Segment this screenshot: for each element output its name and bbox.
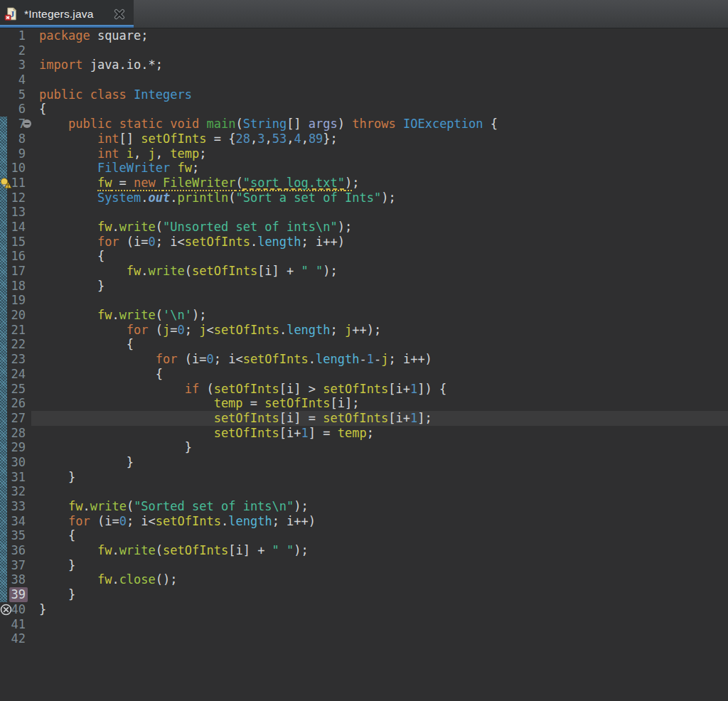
code-line[interactable]: 20 fw.write('\n'); [0,308,728,323]
gutter[interactable]: 17 [0,264,31,279]
gutter[interactable]: 1 [0,28,31,43]
code-line[interactable]: 7 public static void main(String[] args)… [0,117,728,132]
error-marker-icon[interactable] [0,604,12,616]
gutter[interactable]: 4 [0,73,31,87]
code-token [39,191,97,205]
code-token: 4 [294,132,301,146]
gutter[interactable]: 30 [0,455,31,470]
code-line[interactable]: 38 fw.close(); [0,572,728,587]
code-token: ); [192,308,206,322]
gutter[interactable]: 21 [0,323,31,338]
code-line[interactable]: 34 for (i=0; i<setOfInts.length; i++) [0,514,728,529]
gutter[interactable]: 41 [0,617,31,632]
code-line[interactable]: 24 { [0,367,728,382]
gutter[interactable]: 14 [0,220,31,235]
code-line[interactable]: 12 System.out.println("Sort a set of Int… [0,191,728,205]
code-editor[interactable]: 1package square;23import java.io.*;45pub… [0,28,728,701]
gutter[interactable]: 19 [0,293,31,308]
code-line[interactable]: 30 } [0,455,728,470]
code-line[interactable]: 1package square; [0,28,728,43]
gutter[interactable]: 29 [0,440,31,455]
code-line[interactable]: 41 [0,617,728,632]
gutter[interactable]: 15 [0,235,31,250]
code-text: fw.write(setOfInts[i] + " "); [31,264,728,279]
gutter[interactable]: 36 [0,543,31,558]
gutter[interactable]: 28 [0,426,31,441]
code-line[interactable]: 29 } [0,440,728,455]
code-line[interactable]: 8 int[] setOfInts = {28,3,53,4,89}; [0,132,728,146]
gutter[interactable]: 34 [0,514,31,529]
code-line[interactable]: 35 { [0,528,728,543]
code-token: ( [228,191,235,205]
warning-bulb-icon[interactable] [0,177,12,189]
gutter[interactable]: 40 [0,602,31,617]
gutter[interactable]: 25 [0,382,31,397]
gutter[interactable]: 38 [0,572,31,587]
code-line[interactable]: 16 { [0,249,728,264]
gutter[interactable]: 31 [0,470,31,485]
gutter[interactable]: 7 [0,117,31,132]
gutter[interactable]: 3 [0,58,31,73]
code-line[interactable]: 28 setOfInts[i+1] = temp; [0,426,728,441]
code-token: fw [97,308,112,322]
code-line[interactable]: 14 fw.write("Unsorted set of ints\n"); [0,220,728,235]
code-line[interactable]: 25 if (setOfInts[i] > setOfInts[i+1]) { [0,382,728,397]
gutter[interactable]: 13 [0,205,31,220]
code-line[interactable]: 11 fw = new FileWriter("sort log.txt"); [0,176,728,191]
gutter[interactable]: 11 [0,176,31,191]
code-line[interactable]: 13 [0,205,728,220]
gutter[interactable]: 33 [0,499,31,514]
code-line[interactable]: 2 [0,43,728,58]
code-line[interactable]: 19 [0,293,728,308]
code-line[interactable]: 18 } [0,279,728,294]
gutter[interactable]: 32 [0,484,31,499]
close-icon[interactable] [114,9,125,20]
gutter[interactable]: 26 [0,396,31,411]
gutter[interactable]: 6 [0,102,31,117]
fold-collapse-icon[interactable] [22,119,32,129]
code-line[interactable]: 9 int i, j, temp; [0,146,728,161]
editor-tab[interactable]: J *Integers.java [0,0,134,28]
gutter[interactable]: 37 [0,558,31,573]
gutter[interactable]: 18 [0,279,31,294]
code-line[interactable]: 4 [0,73,728,87]
code-line[interactable]: 3import java.io.*; [0,58,728,73]
gutter[interactable]: 27 [0,411,31,426]
gutter[interactable]: 16 [0,249,31,264]
code-line[interactable]: 6{ [0,102,728,117]
code-line[interactable]: 17 fw.write(setOfInts[i] + " "); [0,264,728,279]
gutter[interactable]: 12 [0,191,31,205]
gutter[interactable]: 39 [0,587,31,602]
code-line[interactable]: 37 } [0,558,728,573]
code-line[interactable]: 42 [0,631,728,646]
code-line[interactable]: 39 } [0,587,728,602]
gutter[interactable]: 9 [0,146,31,161]
code-line[interactable]: 26 temp = setOfInts[i]; [0,396,728,411]
gutter[interactable]: 24 [0,367,31,382]
code-line[interactable]: 5public class Integers [0,87,728,102]
code-line[interactable]: 22 { [0,337,728,352]
gutter[interactable]: 42 [0,631,31,646]
ide-window: J *Integers.java 1package square;23impor… [0,0,728,701]
code-line[interactable]: 33 fw.write("Sorted set of ints\n"); [0,499,728,514]
code-line[interactable]: 15 for (i=0; i<setOfInts.length; i++) [0,235,728,250]
code-line[interactable]: 21 for (j=0; j<setOfInts.length; j++); [0,323,728,338]
gutter[interactable]: 35 [0,528,31,543]
gutter[interactable]: 5 [0,87,31,102]
code-line[interactable]: 32 [0,484,728,499]
code-token: ; [331,323,345,337]
gutter[interactable]: 22 [0,337,31,352]
code-line[interactable]: 23 for (i=0; i<setOfInts.length-1-j; i++… [0,352,728,367]
gutter[interactable]: 20 [0,308,31,323]
gutter[interactable]: 2 [0,43,31,58]
code-text: fw.write('\n'); [31,308,728,323]
gutter[interactable]: 8 [0,132,31,146]
gutter[interactable]: 10 [0,161,31,176]
gutter[interactable]: 23 [0,352,31,367]
code-line[interactable]: 40} [0,602,728,617]
code-token: { [39,337,134,351]
code-line[interactable]: 10 FileWriter fw; [0,161,728,176]
code-line[interactable]: 36 fw.write(setOfInts[i] + " "); [0,543,728,558]
code-line-current[interactable]: 27 setOfInts[i] = setOfInts[i+1]; [0,411,728,426]
code-line[interactable]: 31 } [0,470,728,485]
